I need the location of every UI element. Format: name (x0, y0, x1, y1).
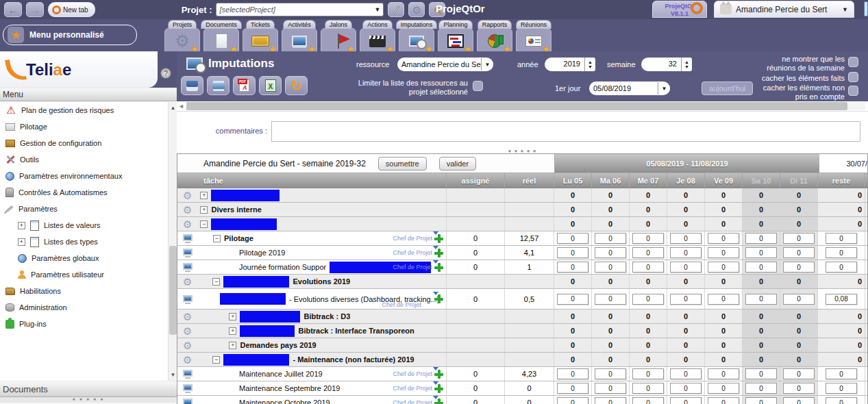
tab-activités[interactable]: Activités★ (280, 19, 319, 54)
export-excel-button[interactable] (259, 76, 282, 95)
refresh-button[interactable]: ↻ (285, 76, 308, 95)
scroll-down-icon[interactable]: ▼ (169, 372, 177, 378)
new-tab-button[interactable]: New tab (48, 2, 95, 17)
day-input[interactable] (783, 368, 815, 379)
task-name[interactable]: - Maintenance (non facturée) 2019 (293, 355, 414, 364)
col-task[interactable]: tâche (177, 173, 447, 188)
chevron-down-icon[interactable]: ▼ (481, 58, 493, 71)
tab-actions[interactable]: Actions★ (358, 19, 397, 54)
day-input[interactable] (595, 247, 626, 258)
task-name[interactable]: Demandes pays 2019 (240, 341, 316, 349)
col-day[interactable]: Je 08 (667, 173, 705, 188)
tab-label[interactable]: Actions (362, 20, 393, 29)
horizontal-scrollbar[interactable]: ◄ (177, 101, 868, 112)
submit-button[interactable]: soumettre (378, 157, 427, 171)
scrollbar-thumb[interactable] (169, 246, 177, 335)
custom-menu-button[interactable]: ★ Menu personnalisé (3, 25, 137, 45)
tab-label[interactable]: Rapports (478, 20, 512, 29)
project-select[interactable]: [selectedProject] ▼ (216, 3, 384, 16)
day-input[interactable] (557, 383, 588, 394)
task-name[interactable]: Bibtrack : D3 (303, 312, 350, 320)
reste-input[interactable] (826, 233, 857, 244)
col-day[interactable]: Ve 09 (705, 173, 743, 188)
assign-plus-icon[interactable] (434, 370, 443, 379)
day-input[interactable] (745, 397, 777, 404)
col-assigned[interactable]: assigné (447, 173, 505, 188)
col-real[interactable]: réel (505, 173, 554, 188)
help-icon[interactable]: ? (160, 68, 171, 79)
day-input[interactable] (557, 247, 588, 258)
menu-scrollbar[interactable]: ▲ ▼ (168, 102, 177, 381)
assign-plus-icon[interactable] (434, 399, 443, 404)
day-input[interactable] (783, 397, 815, 404)
day-input[interactable] (632, 262, 664, 273)
task-name[interactable]: Pilotage (224, 234, 253, 242)
expand-icon[interactable]: − (212, 278, 220, 286)
col-reste[interactable]: reste (818, 173, 865, 188)
tab-icon-box[interactable]: ★ (438, 28, 473, 54)
day-input[interactable] (670, 262, 702, 273)
validate-button[interactable]: valider (439, 157, 476, 171)
reste-input[interactable] (826, 383, 857, 394)
expand-icon[interactable]: − (212, 356, 220, 364)
assign-plus-icon[interactable] (434, 234, 443, 243)
settings-button[interactable]: ⚙ (408, 2, 425, 17)
day-input[interactable] (783, 294, 815, 305)
day-input[interactable] (557, 294, 588, 305)
tab-imputations[interactable]: Imputations★ (397, 19, 436, 54)
only-meetings-checkbox[interactable] (848, 57, 858, 67)
tab-icon-box[interactable]: ★ (516, 28, 551, 54)
tab-jalons[interactable]: Jalons★ (319, 19, 358, 54)
day-input[interactable] (557, 368, 588, 379)
day-input[interactable] (557, 233, 588, 244)
day-input[interactable] (708, 383, 739, 394)
day-input[interactable] (595, 262, 626, 273)
reste-input[interactable] (826, 368, 857, 379)
task-name[interactable]: Maintenance Septembre 2019 (239, 384, 340, 392)
limit-checkbox[interactable] (473, 81, 483, 91)
sidebar-item[interactable]: Gestion de configuration (0, 135, 177, 151)
tab-icon-box[interactable]: ⚙★ (164, 28, 200, 54)
day-input[interactable] (670, 247, 702, 258)
tab-icon-box[interactable]: ★ (399, 28, 434, 54)
task-name[interactable]: Evolutions 2019 (293, 277, 350, 286)
export-pdf-button[interactable] (233, 76, 256, 95)
day-input[interactable] (745, 247, 777, 258)
assign-plus-icon[interactable] (434, 263, 443, 272)
day-input[interactable] (708, 368, 739, 379)
day-input[interactable] (595, 397, 626, 404)
day-input[interactable] (670, 233, 702, 244)
menu-section-header[interactable]: Menu (0, 88, 177, 101)
task-name[interactable]: Journée formation Suppor (239, 263, 326, 271)
tab-rapports[interactable]: Rapports★ (475, 19, 514, 54)
sidebar-item[interactable]: Paramètres globaux (0, 250, 177, 266)
sidebar-item[interactable]: Habilitations (0, 283, 177, 299)
tab-tickets[interactable]: Tickets★ (241, 19, 280, 54)
tab-label[interactable]: Planning (438, 20, 472, 29)
day-input[interactable] (783, 233, 815, 244)
tab-planning[interactable]: Planning★ (436, 19, 475, 54)
day-input[interactable] (745, 294, 777, 305)
assign-plus-icon[interactable] (434, 249, 443, 257)
scroll-up-icon[interactable]: ▲ (169, 105, 177, 111)
tab-icon-box[interactable]: ★ (203, 28, 239, 54)
day-input[interactable] (670, 397, 702, 404)
task-name[interactable]: Pilotage 2019 (239, 249, 285, 257)
tab-documents[interactable]: Documents★ (202, 19, 240, 54)
reste-input[interactable] (826, 247, 857, 258)
tab-icon-box[interactable]: ★ (282, 28, 317, 54)
comments-input[interactable] (271, 121, 860, 142)
tab-réunions[interactable]: Réunions★ (514, 19, 553, 54)
day-input[interactable] (557, 397, 588, 404)
col-day[interactable]: Di 11 (780, 173, 818, 188)
assign-plus-icon[interactable] (434, 384, 443, 393)
expand-icon[interactable]: + (229, 342, 236, 349)
day-input[interactable] (783, 262, 815, 273)
day-input[interactable] (708, 247, 739, 258)
sidebar-item[interactable]: Plug-ins (0, 316, 177, 332)
day-input[interactable] (595, 368, 626, 379)
col-day[interactable]: Sa 10 (743, 173, 780, 188)
sidebar-item[interactable]: Contrôles & Automatismes (0, 184, 177, 201)
tab-label[interactable]: Réunions (516, 20, 551, 29)
hide-ignored-checkbox[interactable] (848, 86, 858, 96)
